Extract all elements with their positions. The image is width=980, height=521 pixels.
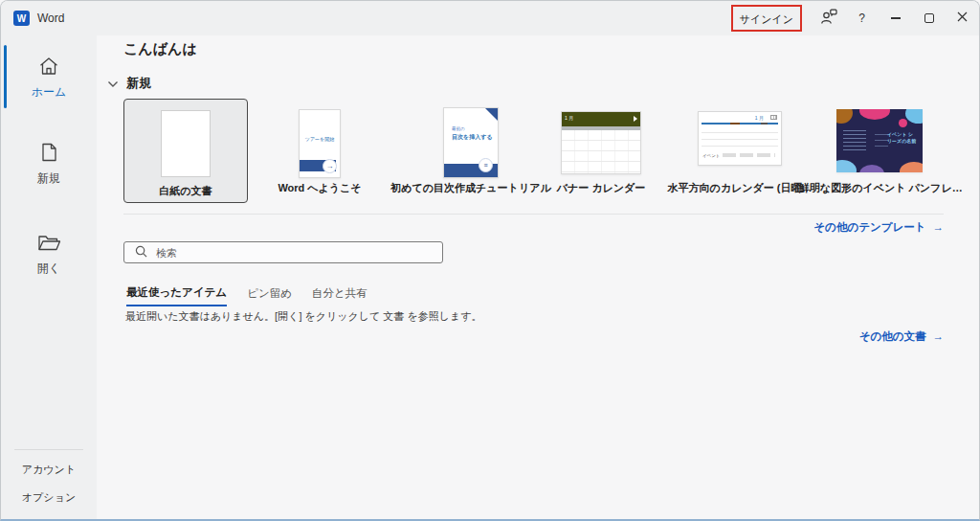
arrow-right-icon: → bbox=[933, 221, 945, 233]
more-templates-label: その他のテンプレート bbox=[813, 221, 925, 233]
greeting-heading: こんばんは bbox=[123, 40, 197, 58]
open-folder-icon bbox=[1, 232, 97, 254]
maximize-icon bbox=[924, 13, 934, 23]
word-window: W Word サインイン ? bbox=[0, 0, 980, 521]
empty-state-message: 最近開いた文書はありません。[開く] をクリックして 文書 を参照します。 bbox=[125, 309, 481, 324]
sidebar-divider bbox=[14, 449, 83, 450]
titlebar-controls: サインイン ? bbox=[731, 1, 979, 35]
template-label: 水平方向のカレンダー (日曜… bbox=[659, 181, 820, 195]
more-documents-link[interactable]: その他の文書→ bbox=[859, 329, 944, 344]
sidebar-item-open-label: 開く bbox=[1, 260, 97, 277]
blank-document-thumbnail bbox=[161, 110, 211, 177]
chevron-down-icon bbox=[107, 75, 119, 92]
template-label: 初めての目次作成チュートリアル bbox=[390, 181, 552, 195]
home-icon bbox=[1, 55, 97, 78]
thumbnail-cta-text: ツアーを開始 bbox=[300, 136, 340, 142]
brochure-blob bbox=[836, 109, 853, 124]
sidebar-item-new-label: 新規 bbox=[1, 170, 97, 187]
brochure-blob bbox=[899, 119, 907, 127]
toc-tutorial-thumbnail: 最初の 目次を挿入する ≡ bbox=[443, 107, 499, 178]
search-box[interactable] bbox=[123, 241, 443, 263]
new-document-icon bbox=[1, 141, 97, 164]
calendar-month-text: 1 月 bbox=[565, 115, 573, 121]
brochure-blob bbox=[836, 160, 857, 172]
calendar-event-lines bbox=[723, 153, 775, 157]
template-label: 鮮明な図形のイベント パンフレ… bbox=[799, 181, 960, 195]
new-section-title: 新規 bbox=[126, 75, 151, 92]
calendar-grid bbox=[562, 130, 640, 173]
calendar-header-line bbox=[702, 123, 778, 125]
more-templates-link[interactable]: その他のテンプレート→ bbox=[813, 220, 944, 235]
sidebar-item-home[interactable]: ホーム bbox=[1, 55, 97, 101]
maximize-button[interactable] bbox=[912, 1, 946, 35]
sidebar-item-new[interactable]: 新規 bbox=[1, 141, 97, 187]
brochure-title-text: イベント シリーズの名前 bbox=[887, 131, 918, 145]
titlebar: W Word サインイン ? bbox=[1, 1, 980, 35]
template-label: Word へようこそ bbox=[248, 181, 391, 195]
template-card-welcome-to-word[interactable]: ツアーを開始 → Word へようこそ bbox=[248, 99, 391, 195]
brochure-blob bbox=[859, 109, 890, 120]
tab-recent[interactable]: 最近使ったアイテム bbox=[126, 285, 227, 306]
brochure-text-lines bbox=[843, 130, 866, 153]
feedback-button[interactable] bbox=[812, 1, 845, 35]
help-button[interactable]: ? bbox=[845, 1, 879, 35]
search-icon bbox=[135, 244, 147, 261]
arrow-right-badge-icon: → bbox=[323, 159, 337, 173]
banner-calendar-thumbnail: 1 月 bbox=[561, 111, 641, 174]
thumbnail-text-line1: 最初の bbox=[452, 126, 465, 131]
template-card-event-brochure[interactable]: イベント シリーズの名前 鮮明な図形のイベント パンフレ… bbox=[799, 99, 960, 195]
brochure-blob bbox=[900, 162, 923, 172]
calendar-header-band: 1 月 bbox=[562, 112, 640, 126]
sidebar-item-home-label: ホーム bbox=[1, 84, 97, 101]
template-card-banner-calendar[interactable]: 1 月 バナー カレンダー bbox=[529, 99, 673, 195]
section-divider bbox=[123, 214, 944, 215]
sidebar-item-options[interactable]: オプション bbox=[1, 490, 97, 505]
template-label: バナー カレンダー bbox=[529, 181, 673, 195]
tab-shared-with-me[interactable]: 自分と共有 bbox=[312, 285, 368, 306]
search-input[interactable] bbox=[156, 247, 442, 259]
brochure-blob bbox=[905, 109, 923, 124]
template-card-blank-document[interactable]: 白紙の文書 bbox=[123, 99, 248, 203]
template-card-toc-tutorial[interactable]: 最初の 目次を挿入する ≡ 初めての目次作成チュートリアル bbox=[390, 99, 552, 195]
minimize-icon bbox=[891, 17, 901, 18]
tab-pinned[interactable]: ピン留め bbox=[247, 285, 292, 306]
signin-annotation-box: サインイン bbox=[731, 5, 802, 32]
thumbnail-text-line2: 目次を挿入する bbox=[452, 133, 492, 142]
horizontal-calendar-thumbnail: 1 月 イベント bbox=[698, 111, 782, 166]
welcome-thumbnail: ツアーを開始 → bbox=[299, 109, 341, 178]
template-card-horizontal-calendar[interactable]: 1 月 イベント 水平方向のカレンダー (日曜… bbox=[659, 99, 820, 195]
minimize-button[interactable] bbox=[879, 1, 912, 35]
toc-badge-icon: ≡ bbox=[479, 158, 493, 172]
signin-button[interactable]: サインイン bbox=[740, 12, 793, 27]
home-start-screen: こんばんは 新規 白紙の文書 ツアーを開始 → Word へようこそ bbox=[97, 35, 980, 521]
brochure-blob bbox=[859, 165, 884, 172]
calendar-event-text: イベント bbox=[702, 153, 720, 158]
app-title: Word bbox=[37, 11, 64, 25]
sidebar: ホーム 新規 開く アカウント オプション bbox=[1, 35, 97, 521]
feedback-person-icon bbox=[820, 9, 837, 28]
sidebar-item-open[interactable]: 開く bbox=[1, 232, 97, 277]
word-logo-icon: W bbox=[13, 11, 30, 26]
mini-grid-icon bbox=[770, 115, 777, 120]
calendar-month-text: 1 月 bbox=[755, 115, 764, 121]
new-section-header[interactable]: 新規 bbox=[107, 75, 151, 92]
document-list-tabs: 最近使ったアイテム ピン留め 自分と共有 bbox=[126, 285, 368, 306]
brochure-text-lines bbox=[875, 134, 888, 151]
folded-corner-icon bbox=[485, 108, 498, 121]
more-documents-label: その他の文書 bbox=[859, 330, 926, 342]
template-label: 白紙の文書 bbox=[124, 184, 247, 198]
calendar-arrow-icon bbox=[634, 116, 637, 122]
close-button[interactable] bbox=[946, 1, 979, 35]
sidebar-item-account[interactable]: アカウント bbox=[1, 463, 97, 477]
close-icon bbox=[957, 11, 968, 25]
event-brochure-thumbnail: イベント シリーズの名前 bbox=[836, 109, 923, 172]
arrow-right-icon: → bbox=[933, 330, 945, 342]
calendar-rows bbox=[702, 126, 778, 152]
